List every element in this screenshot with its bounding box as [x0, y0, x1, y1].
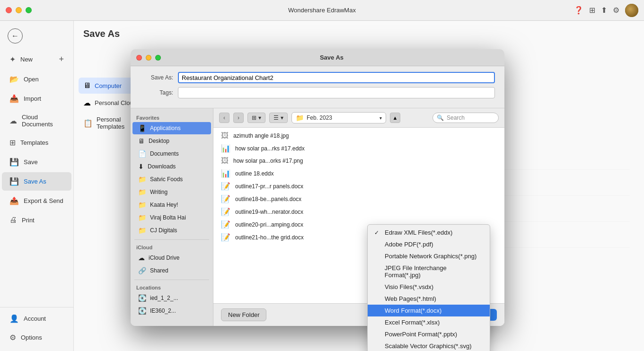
modal-sidebar-viraj[interactable]: 📁 Viraj Bolta Hai	[132, 211, 211, 224]
sidebar-item-export-send[interactable]: 📤 Export & Send	[2, 192, 71, 210]
filename-input[interactable]	[178, 72, 495, 83]
folder-loc-icon: 📁	[296, 114, 304, 122]
app-body: ← ✦ New + 📂 Open 📥 Import ☁ Cloud Docume…	[0, 21, 644, 351]
dropdown-item-eddx[interactable]: ✓ Edraw XML Files(*.eddx)	[368, 227, 490, 238]
dropdown-item-html[interactable]: Web Pages(*.html)	[368, 293, 490, 305]
sidebar-item-templates[interactable]: ⊞ Templates	[2, 133, 71, 152]
sidebar-item-save[interactable]: 💾 Save	[2, 153, 71, 171]
nav-back-button[interactable]: ‹	[219, 113, 229, 123]
file-item-4[interactable]: 📝 outline17-pr...r panels.docx	[213, 180, 504, 193]
list-view-arrow: ▾	[281, 114, 283, 121]
modal-sidebar-applications[interactable]: 📱 Applications	[132, 122, 211, 134]
modal-sidebar-loc2[interactable]: 💽 IE360_2...	[132, 305, 211, 317]
file-item-5[interactable]: 📝 outline18-be...panels.docx	[213, 193, 504, 205]
avatar[interactable]	[625, 4, 638, 17]
grid-icon[interactable]: ⊞	[589, 6, 595, 15]
file-item-1[interactable]: 📊 how solar pa...rks #17.eddx	[213, 142, 504, 155]
file-item-6[interactable]: 📝 outline19-wh...nerator.docx	[213, 205, 504, 218]
folder-location[interactable]: 📁 Feb. 2023 ▾	[291, 112, 386, 123]
downloads-icon: ⬇	[138, 163, 144, 170]
dropdown-item-png[interactable]: Portable Network Graphics(*.png)	[368, 250, 490, 262]
sidebar-item-account[interactable]: 👤 Account	[2, 309, 71, 328]
tags-row: Tags:	[140, 87, 495, 98]
loc2-icon: 💽	[138, 307, 146, 315]
sidebar-item-save-as[interactable]: 💾 Save As	[2, 172, 71, 191]
dropdown-item-pptx[interactable]: PowerPoint Format(*.pptx)	[368, 328, 490, 340]
modal-maximize-button[interactable]	[155, 55, 161, 61]
modal-sidebar-cj[interactable]: 📁 CJ Digitals	[132, 224, 211, 237]
nav-forward-button[interactable]: ›	[233, 113, 244, 123]
folder-up-icon: ▲	[393, 115, 398, 121]
file-item-2[interactable]: 🖼 how solar pa...orks #17.png	[213, 155, 504, 167]
view-list-button[interactable]: ☰ ▾	[269, 113, 288, 123]
folder-loc-dropdown-arrow: ▾	[379, 115, 382, 121]
dropdown-item-xlsx[interactable]: Excel Format(*.xlsx)	[368, 316, 490, 328]
modal-close-button[interactable]	[136, 55, 142, 61]
modal-sidebar-satvic[interactable]: 📁 Satvic Foods	[132, 173, 211, 185]
view-grid-button[interactable]: ⊞ ▾	[247, 113, 265, 123]
back-icon: ←	[11, 32, 19, 40]
modal-sidebar-downloads[interactable]: ⬇ Downloads	[132, 160, 211, 173]
sidebar: ← ✦ New + 📂 Open 📥 Import ☁ Cloud Docume…	[0, 21, 74, 351]
sidebar-bottom: 👤 Account ⚙ Options	[0, 305, 73, 347]
sidebar-item-open[interactable]: 📂 Open	[2, 70, 71, 88]
help-icon[interactable]: ❓	[574, 6, 583, 15]
icloud-heading: iCloud	[131, 243, 213, 251]
back-button[interactable]: ←	[8, 28, 23, 44]
tags-label: Tags:	[140, 89, 173, 96]
modal-sidebar-writing[interactable]: 📁 Writing	[132, 186, 211, 198]
sidebar-item-options[interactable]: ⚙ Options	[2, 328, 71, 347]
modal-sidebar-kaata[interactable]: 📁 Kaata Hey!	[132, 199, 211, 211]
current-folder-label: Feb. 2023	[307, 114, 332, 121]
file-item-0[interactable]: 🖼 azimuth angle #18.jpg	[213, 130, 504, 142]
search-box[interactable]: 🔍 Search	[432, 113, 499, 123]
modal-sidebar-desktop[interactable]: 🖥 Desktop	[132, 135, 211, 147]
viraj-icon: 📁	[138, 214, 146, 221]
close-button[interactable]	[6, 7, 12, 13]
file-item-3[interactable]: 📊 outline 18.eddx	[213, 167, 504, 180]
search-icon: 🔍	[437, 114, 444, 121]
documents-icon: 📄	[138, 150, 146, 158]
sidebar-item-import[interactable]: 📥 Import	[2, 89, 71, 108]
minimize-button[interactable]	[16, 7, 22, 13]
file-icon-0: 🖼	[221, 132, 229, 140]
share-icon[interactable]: ⬆	[601, 6, 607, 15]
dropdown-item-pdf[interactable]: Adobe PDF(*.pdf)	[368, 238, 490, 250]
sidebar-item-print[interactable]: 🖨 Print	[2, 211, 71, 229]
sidebar-sep-1	[134, 239, 209, 240]
modal-sidebar-loc1[interactable]: 💽 ied_1_2_...	[132, 292, 211, 304]
icloud-section: iCloud ☁ iCloud Drive 🔗 Shared	[131, 243, 213, 277]
filename-row: Save As:	[140, 72, 495, 83]
filename-label: Save As:	[140, 74, 173, 81]
grid-view-arrow: ▾	[258, 114, 261, 121]
import-icon: 📥	[9, 94, 19, 103]
add-icon[interactable]: +	[59, 54, 64, 64]
file-icon-3: 📊	[221, 169, 230, 178]
sidebar-item-new[interactable]: ✦ New +	[2, 50, 71, 69]
sidebar-item-cloud-documents[interactable]: ☁ Cloud Documents	[2, 109, 71, 132]
dropdown-item-jpg[interactable]: JPEG File Interchange Format(*.jpg)	[368, 262, 490, 281]
dropdown-item-vsdx[interactable]: Visio Files(*.vsdx)	[368, 281, 490, 293]
maximize-button[interactable]	[26, 7, 32, 13]
file-icon-6: 📝	[221, 207, 230, 216]
tags-input[interactable]	[178, 87, 495, 98]
avatar-image	[625, 4, 638, 17]
settings-icon[interactable]: ⚙	[613, 6, 619, 15]
title-bar-right: ❓ ⊞ ⬆ ⚙	[574, 4, 638, 17]
sidebar-sep-2	[134, 280, 209, 280]
new-folder-button[interactable]: New Folder	[221, 308, 266, 321]
satvic-icon: 📁	[138, 176, 146, 183]
open-icon: 📂	[9, 75, 19, 84]
app-title: Wondershare EdrawMax	[288, 7, 356, 14]
modal-minimize-button[interactable]	[146, 55, 151, 61]
modal-sidebar-documents[interactable]: 📄 Documents	[132, 148, 211, 160]
modal-sidebar-icloud-drive[interactable]: ☁ iCloud Drive	[132, 252, 211, 264]
folder-up-button[interactable]: ▲	[390, 113, 400, 123]
writing-icon: 📁	[138, 188, 146, 196]
dropdown-item-svg[interactable]: Scalable Vector Graphics(*.svg)	[368, 340, 490, 351]
modal-sidebar-shared[interactable]: 🔗 Shared	[132, 264, 211, 277]
file-icon-4: 📝	[221, 182, 230, 191]
locations-heading: Locations	[131, 283, 213, 291]
main-content: Save As 🖥 Computer ☁ Personal Cloud 📋 Pe…	[74, 21, 644, 351]
dropdown-item-docx[interactable]: Word Format(*.docx)	[368, 305, 490, 316]
